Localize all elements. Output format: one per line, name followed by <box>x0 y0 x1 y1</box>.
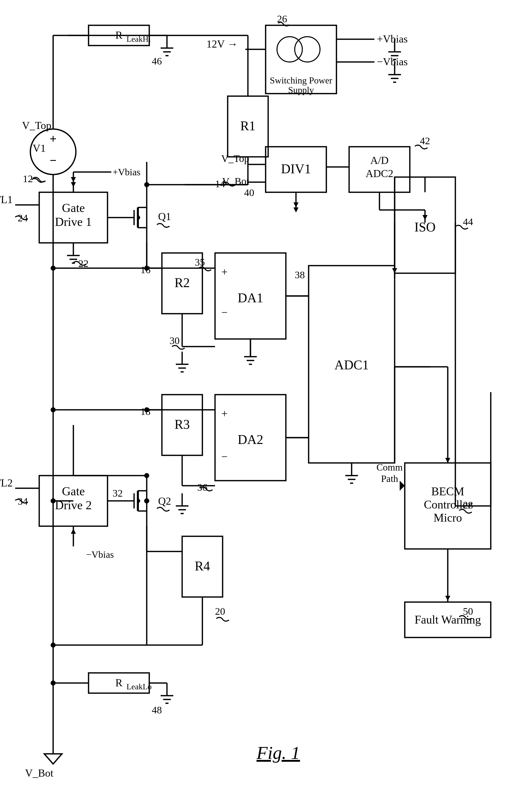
ref-35: 35 <box>195 257 205 268</box>
ad-adc2-label-1: A/D <box>370 155 389 166</box>
sps-label-1: Switching Power <box>270 75 332 85</box>
gate-drive-1-label-1: Gate <box>62 201 85 215</box>
ref-30: 30 <box>170 335 180 346</box>
gate-drive-1-label-2: Drive 1 <box>55 215 92 229</box>
comm-path-label-2: Path <box>381 473 398 484</box>
r2-label: R2 <box>175 275 190 290</box>
da1-plus: + <box>221 266 228 278</box>
r-leak-hi-label: R <box>115 29 122 41</box>
r-leak-lo-subscript: LeakLo <box>126 682 152 691</box>
v1-label: V1 <box>33 142 45 154</box>
q2-label: Q2 <box>158 495 171 507</box>
r-leak-hi-subscript: LeakHi <box>126 34 151 43</box>
ref-24: 24 <box>18 212 28 224</box>
ref-42: 42 <box>420 135 430 146</box>
da1-label: DA1 <box>238 291 263 305</box>
schematic-diagram: + − V1 12 V_Top R LeakHi 46 Switching Po… <box>0 0 532 788</box>
becm-label-3: Micro <box>434 511 462 524</box>
svg-point-110 <box>51 681 56 686</box>
ref-20: 20 <box>215 606 225 617</box>
r-leak-lo-label: R <box>115 677 122 689</box>
ref-46: 46 <box>152 55 162 67</box>
r3-label: R3 <box>175 417 190 432</box>
v-top-label-left: V_Top <box>22 120 51 131</box>
div1-label: DIV1 <box>281 162 311 176</box>
12v-label: 12V → <box>206 38 238 50</box>
sps-label-2: Supply <box>288 85 314 95</box>
ref-28: 28 <box>463 499 473 511</box>
ref-34: 34 <box>18 496 28 507</box>
ctl2-label: CTL2 <box>0 477 13 489</box>
vbias-pos-gd1: +Vbias <box>113 167 140 177</box>
ref-38: 38 <box>295 269 305 280</box>
svg-point-148 <box>144 182 149 187</box>
ref-12: 12 <box>23 173 33 184</box>
ref-40: 40 <box>244 187 254 198</box>
comm-path-label-1: Comm <box>376 462 402 473</box>
ctl1-label: CTL1 <box>0 194 13 205</box>
ad-adc2-label-2: ADC2 <box>366 168 393 179</box>
da2-plus: + <box>221 408 228 420</box>
v-top-div1: V_Top <box>221 153 249 164</box>
becm-label-1: BECM <box>431 485 464 498</box>
svg-point-102 <box>51 643 56 648</box>
vbias-neg-gd2: −Vbias <box>86 549 114 560</box>
v-bot-label-bottom: V_Bot <box>25 767 53 779</box>
gate-drive-2-label-1: Gate <box>62 485 85 498</box>
ref-50: 50 <box>463 606 473 617</box>
v1-minus: − <box>50 154 56 167</box>
adc1-label: ADC1 <box>334 358 369 372</box>
vbias-pos-label-1: +Vbias <box>377 33 408 45</box>
svg-point-155 <box>51 498 56 504</box>
da2-minus: − <box>221 451 228 463</box>
q1-label: Q1 <box>158 211 171 222</box>
svg-point-152 <box>144 498 149 504</box>
r4-label: R4 <box>195 559 210 573</box>
da2-label: DA2 <box>238 432 263 447</box>
svg-point-49 <box>51 265 56 271</box>
da1-minus: − <box>221 306 228 319</box>
ref-44: 44 <box>463 216 473 228</box>
svg-point-70 <box>51 407 56 412</box>
r1-label: R1 <box>240 119 256 133</box>
ref-32: 32 <box>113 488 123 499</box>
v1-plus: + <box>50 132 56 145</box>
figure-label: Fig. 1 <box>256 743 300 763</box>
ref-48: 48 <box>152 704 162 716</box>
vbias-neg-label-1: −Vbias <box>377 56 408 67</box>
svg-point-153 <box>144 407 149 412</box>
